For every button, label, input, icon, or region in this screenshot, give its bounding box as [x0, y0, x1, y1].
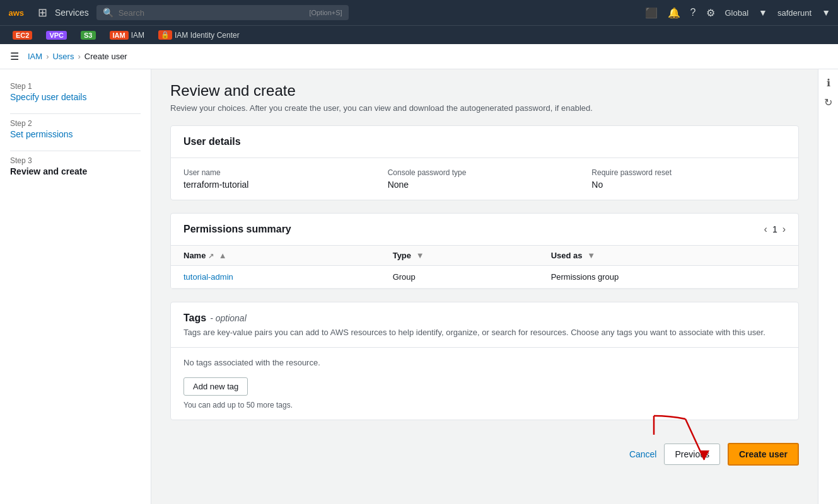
service-tab-vpc[interactable]: VPC	[41, 30, 72, 41]
pagination: ‹ 1 ›	[764, 224, 786, 235]
pagination-current: 1	[772, 224, 777, 234]
password-type-label: Console password type	[388, 168, 582, 177]
action-bar: Cancel Previous Create user	[170, 433, 799, 476]
user-menu[interactable]: safderunt	[777, 8, 812, 18]
content-area: Review and create Review your choices. A…	[151, 69, 818, 504]
user-details-header: User details	[171, 126, 798, 158]
permissions-header: Permissions summary ‹ 1 ›	[171, 214, 798, 246]
settings-icon[interactable]: ⚙	[706, 7, 715, 19]
tags-title: Tags	[183, 312, 206, 323]
page-title: Review and create	[170, 82, 799, 100]
search-input[interactable]	[119, 8, 305, 18]
page-subtitle: Review your choices. After you create th…	[170, 103, 799, 113]
step-3-title: Review and create	[10, 166, 87, 176]
breadcrumb: ☰ IAM › Users › Create user	[0, 44, 838, 69]
breadcrumb-iam[interactable]: IAM	[28, 52, 42, 61]
breadcrumb-users[interactable]: Users	[52, 52, 74, 61]
main-wrapper: Step 1 Specify user details Step 2 Set p…	[0, 69, 838, 504]
service-tab-iam-identity-center[interactable]: 🔒 IAM Identity Center	[153, 29, 245, 41]
create-user-button[interactable]: Create user	[728, 443, 799, 466]
service-tab-s3[interactable]: S3	[76, 30, 100, 41]
cancel-button[interactable]: Cancel	[629, 449, 657, 459]
no-tags-message: No tags associated with the resource.	[183, 358, 786, 367]
type-sort-icon[interactable]: ▼	[416, 251, 424, 260]
username-label: User name	[183, 168, 378, 177]
password-type-value: None	[388, 180, 582, 190]
user-details-title: User details	[183, 136, 786, 147]
previous-button[interactable]: Previous	[664, 444, 719, 465]
step-3-label: Step 3	[10, 156, 141, 165]
breadcrumb-separator-2: ›	[78, 52, 80, 61]
tags-optional: - optional	[210, 313, 247, 323]
region-selector[interactable]: Global	[725, 8, 749, 18]
step-1-label: Step 1	[10, 82, 141, 91]
iam-tab-label: IAM	[131, 31, 144, 40]
search-bar[interactable]: 🔍 [Option+S]	[96, 5, 349, 20]
external-link-icon: ↗	[208, 252, 214, 260]
tags-limit-message: You can add up to 50 more tags.	[183, 401, 786, 410]
tags-header: Tags- optional Tags are key-value pairs …	[171, 302, 798, 348]
permissions-table-head: Name ↗ ▲ Type ▼ Used as ▼	[171, 246, 798, 266]
user-details-grid: User name terraform-tutorial Console pas…	[171, 158, 798, 200]
table-row: tutorial-admin Group Permissions group	[171, 266, 798, 289]
action-area: Cancel Previous Create user	[170, 433, 799, 476]
step-3: Step 3 Review and create	[10, 156, 141, 176]
pagination-next-btn[interactable]: ›	[783, 224, 786, 235]
step-1: Step 1 Specify user details	[10, 82, 141, 102]
step-divider-1	[10, 113, 141, 114]
cell-name: tutorial-admin	[171, 266, 380, 289]
bell-icon[interactable]: 🔔	[668, 7, 680, 19]
add-new-tag-button[interactable]: Add new tag	[183, 377, 248, 396]
iam-badge: IAM	[110, 31, 129, 40]
cell-type: Group	[380, 266, 538, 289]
help-icon[interactable]: ?	[690, 7, 696, 18]
permissions-summary-card: Permissions summary ‹ 1 › Name ↗ ▲ Ty	[170, 213, 799, 289]
aws-logo-icon: aws	[8, 5, 30, 20]
step-1-title[interactable]: Specify user details	[10, 92, 86, 102]
grid-icon[interactable]: ⊞	[38, 6, 47, 20]
aws-logo[interactable]: aws	[8, 5, 30, 20]
tags-description: Tags are key-value pairs you can add to …	[183, 328, 786, 337]
user-details-card: User details User name terraform-tutoria…	[170, 125, 799, 200]
ec2-badge: EC2	[13, 31, 32, 40]
username-value: terraform-tutorial	[183, 180, 378, 190]
tags-body: No tags associated with the resource. Ad…	[171, 348, 798, 420]
step-divider-2	[10, 151, 141, 151]
permissions-table: Name ↗ ▲ Type ▼ Used as ▼ tutorial-admin	[171, 246, 798, 289]
step-2: Step 2 Set permissions	[10, 119, 141, 139]
hamburger-icon[interactable]: ☰	[10, 50, 19, 62]
detail-username: User name terraform-tutorial	[183, 168, 378, 190]
service-tab-iam[interactable]: IAM IAM	[105, 30, 150, 41]
permissions-title: Permissions summary	[183, 224, 764, 235]
used-as-sort-icon[interactable]: ▼	[587, 251, 595, 260]
nav-right: ⬛ 🔔 ? ⚙ Global ▼ safderunt ▼	[645, 7, 830, 19]
info-circle-icon[interactable]: ℹ	[827, 77, 830, 89]
cloudshell-icon[interactable]: ⬛	[645, 7, 658, 19]
name-sort-icon[interactable]: ▲	[219, 251, 227, 260]
col-name: Name ↗ ▲	[171, 246, 380, 266]
tags-card: Tags- optional Tags are key-value pairs …	[170, 302, 799, 420]
password-reset-value: No	[591, 180, 786, 190]
breadcrumb-separator-1: ›	[46, 52, 49, 61]
search-shortcut: [Option+S]	[309, 9, 342, 16]
vpc-badge: VPC	[46, 31, 67, 40]
cell-used-as: Permissions group	[538, 266, 798, 289]
iam-center-badge: 🔒	[158, 30, 172, 40]
search-icon: 🔍	[103, 8, 113, 18]
right-panel: ℹ ↻	[818, 69, 838, 504]
pagination-prev-btn[interactable]: ‹	[764, 224, 767, 235]
permission-name-link[interactable]: tutorial-admin	[183, 272, 233, 282]
iam-center-tab-label: IAM Identity Center	[175, 31, 240, 40]
s3-badge: S3	[81, 31, 95, 40]
password-reset-label: Require password reset	[591, 168, 786, 177]
step-2-title[interactable]: Set permissions	[10, 129, 73, 139]
service-tab-ec2[interactable]: EC2	[8, 30, 37, 41]
service-tabs-bar: EC2 VPC S3 IAM IAM 🔒 IAM Identity Center	[0, 25, 838, 44]
services-label[interactable]: Services	[55, 8, 89, 18]
permissions-table-header-row: Name ↗ ▲ Type ▼ Used as ▼	[171, 246, 798, 266]
refresh-icon[interactable]: ↻	[824, 96, 832, 108]
step-2-label: Step 2	[10, 119, 141, 128]
breadcrumb-current: Create user	[84, 52, 127, 61]
col-type: Type ▼	[380, 246, 538, 266]
top-navigation: aws ⊞ Services 🔍 [Option+S] ⬛ 🔔 ? ⚙ Glob…	[0, 0, 838, 25]
